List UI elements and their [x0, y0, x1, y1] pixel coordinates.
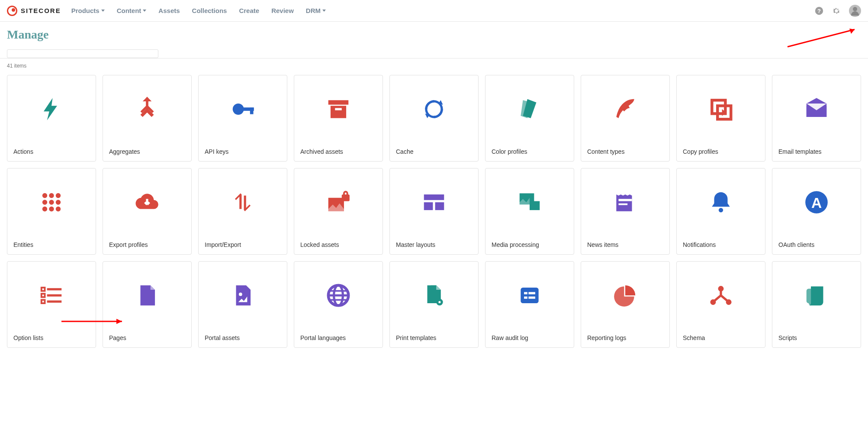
tile-label: Notifications [677, 236, 765, 254]
tile-scripts[interactable]: Scripts [772, 261, 861, 348]
item-count: 41 items [7, 58, 861, 75]
nav-item-review[interactable]: Review [271, 7, 294, 14]
pageimg-icon [199, 262, 287, 329]
tile-label: Raw audit log [485, 329, 574, 347]
tile-master-layouts[interactable]: Master layouts [389, 168, 479, 255]
nav-item-label: Products [71, 7, 100, 14]
nav-item-collections[interactable]: Collections [192, 7, 227, 14]
tile-label: Cache [390, 143, 478, 161]
envelope-icon [772, 75, 861, 143]
tile-actions[interactable]: Actions [7, 75, 96, 162]
page-icon [103, 262, 191, 329]
nav-item-label: Content [117, 7, 141, 14]
tile-cache[interactable]: Cache [389, 75, 479, 162]
form-icon [485, 262, 574, 329]
tile-copy-profiles[interactable]: Copy profiles [676, 75, 765, 162]
oauth-icon [772, 168, 861, 236]
tile-archived-assets[interactable]: Archived assets [294, 75, 383, 162]
page-title: Manage [7, 28, 861, 42]
user-avatar[interactable] [849, 5, 861, 17]
archive-icon [294, 75, 383, 143]
gear-icon[interactable] [832, 6, 841, 16]
tile-label: Content types [581, 143, 669, 161]
tile-oauth-clients[interactable]: OAuth clients [772, 168, 861, 255]
tiles-grid: ActionsAggregatesAPI keysArchived assets… [7, 75, 861, 348]
tile-api-keys[interactable]: API keys [198, 75, 287, 162]
tile-option-lists[interactable]: Option lists [7, 261, 96, 348]
tile-label: Locked assets [294, 236, 383, 254]
list-icon [7, 262, 96, 329]
tile-portal-languages[interactable]: Portal languages [294, 261, 383, 348]
clouddown-icon [103, 168, 191, 236]
tile-export-profiles[interactable]: Export profiles [103, 168, 192, 255]
tile-portal-assets[interactable]: Portal assets [198, 261, 287, 348]
tile-locked-assets[interactable]: Locked assets [294, 168, 383, 255]
lockimage-icon [294, 168, 383, 236]
grid9-icon [7, 168, 96, 236]
page-header: Manage [0, 22, 868, 58]
schema-icon [677, 262, 765, 329]
tile-import-export[interactable]: Import/Export [198, 168, 287, 255]
swatches-icon [485, 75, 574, 143]
nav-item-products[interactable]: Products [71, 7, 105, 14]
tile-label: Import/Export [199, 236, 287, 254]
tile-color-profiles[interactable]: Color profiles [485, 75, 574, 162]
tile-label: Scripts [772, 329, 861, 347]
pagegear-icon [390, 262, 478, 329]
chevron-down-icon [322, 10, 326, 12]
globe-icon [294, 262, 383, 329]
bell-icon [677, 168, 765, 236]
tile-entities[interactable]: Entities [7, 168, 96, 255]
tile-label: Option lists [7, 329, 96, 347]
tile-label: Print templates [390, 329, 478, 347]
chevron-down-icon [101, 10, 105, 12]
tile-email-templates[interactable]: Email templates [772, 75, 861, 162]
tile-label: OAuth clients [772, 236, 861, 254]
nav-items: ProductsContentAssetsCollectionsCreateRe… [71, 7, 326, 14]
content: 41 items ActionsAggregatesAPI keysArchiv… [0, 58, 868, 361]
merge-icon [103, 75, 191, 143]
tile-label: Export profiles [103, 236, 191, 254]
tile-media-processing[interactable]: Media processing [485, 168, 574, 255]
svg-text:?: ? [817, 7, 821, 14]
nav-item-label: Assets [158, 7, 180, 14]
tile-label: Entities [7, 236, 96, 254]
key-icon [199, 75, 287, 143]
tile-label: Reporting logs [581, 329, 669, 347]
nav-item-content[interactable]: Content [117, 7, 147, 14]
nav-item-create[interactable]: Create [239, 7, 259, 14]
news-icon [581, 168, 669, 236]
search-input[interactable] [7, 49, 158, 58]
nav-item-label: Review [271, 7, 294, 14]
tile-reporting-logs[interactable]: Reporting logs [581, 261, 670, 348]
tile-label: API keys [199, 143, 287, 161]
nav-item-assets[interactable]: Assets [158, 7, 180, 14]
tile-schema[interactable]: Schema [676, 261, 765, 348]
nav-item-drm[interactable]: DRM [306, 7, 326, 14]
media-icon [485, 168, 574, 236]
tile-pages[interactable]: Pages [103, 261, 192, 348]
tile-label: Media processing [485, 236, 574, 254]
pie-icon [581, 262, 669, 329]
tile-aggregates[interactable]: Aggregates [103, 75, 192, 162]
tile-notifications[interactable]: Notifications [676, 168, 765, 255]
tile-label: Portal assets [199, 329, 287, 347]
tile-label: Master layouts [390, 236, 478, 254]
help-icon[interactable]: ? [814, 6, 824, 16]
tile-label: Copy profiles [677, 143, 765, 161]
tile-content-types[interactable]: Content types [581, 75, 670, 162]
topnav-right: ? [814, 5, 861, 17]
copy-icon [677, 75, 765, 143]
logo-text: SITECORE [21, 7, 61, 14]
updown-icon [199, 168, 287, 236]
nav-item-label: Create [239, 7, 259, 14]
tile-label: Archived assets [294, 143, 383, 161]
tile-label: News items [581, 236, 669, 254]
logo-icon [7, 6, 17, 16]
tile-raw-audit-log[interactable]: Raw audit log [485, 261, 574, 348]
logo[interactable]: SITECORE [7, 6, 61, 16]
tile-news-items[interactable]: News items [581, 168, 670, 255]
top-navigation: SITECORE ProductsContentAssetsCollection… [0, 0, 868, 22]
tile-print-templates[interactable]: Print templates [389, 261, 479, 348]
refresh-icon [390, 75, 478, 143]
